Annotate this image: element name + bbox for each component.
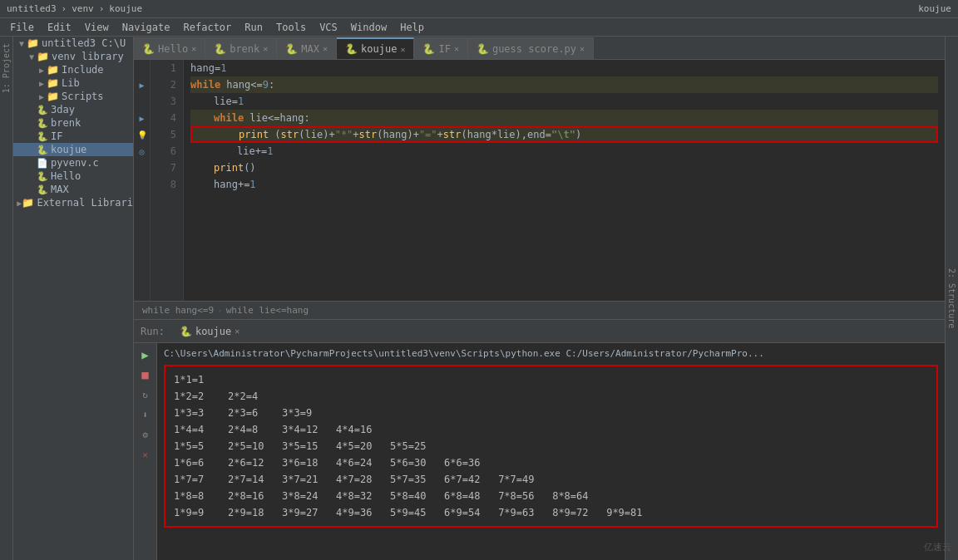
output-row-9: 1*9=9 2*9=18 3*9=27 4*9=36 5*9=45 6*9=54… <box>174 504 928 521</box>
run-scroll-button[interactable]: ⬇ <box>137 406 154 423</box>
run-rerun-button[interactable]: ↻ <box>137 386 154 403</box>
menu-refactor[interactable]: Refactor <box>177 18 239 37</box>
tree-max[interactable]: 🐍 MAX <box>13 183 133 196</box>
tree-include[interactable]: ▶ 📁 Include <box>13 63 133 76</box>
tab-icon: 🐍 <box>345 43 358 55</box>
gutter-7 <box>134 160 150 176</box>
tab-guess[interactable]: 🐍 guess score.py ✕ <box>468 37 594 59</box>
watermark: 亿速云 <box>924 541 951 553</box>
tab-close-koujue[interactable]: ✕ <box>400 45 405 54</box>
structure-tab[interactable]: 2: Structure <box>945 37 958 560</box>
tab-label: Hello <box>158 43 188 55</box>
run-output-area: ▶ ■ ↻ ⬇ ⚙ ✕ C:\Users\Administrator\Pycha… <box>134 343 945 560</box>
folder-icon: 📁 <box>27 37 39 49</box>
tree-brenk[interactable]: 🐍 brenk <box>13 116 133 130</box>
code-line-2: while hang<=9: <box>190 76 938 93</box>
tree-untitled3[interactable]: ▼ 📁 untitled3 C:\U <box>13 37 133 50</box>
tree-venv[interactable]: ▼ 📁 venv library <box>13 50 133 63</box>
gutter: ▶ ▶ 💡 ◎ <box>134 60 151 301</box>
tree-hello[interactable]: 🐍 Hello <box>13 169 133 183</box>
output-row-3: 1*3=3 2*3=6 3*3=9 <box>174 405 928 421</box>
main-layout: 1: Project ▼ 📁 untitled3 C:\U ▼ 📁 venv l… <box>0 37 958 560</box>
tab-icon: 🐍 <box>142 43 155 55</box>
gutter-8 <box>134 176 150 193</box>
spacer <box>27 145 37 155</box>
spacer <box>27 105 37 115</box>
menu-file[interactable]: File <box>3 18 41 37</box>
run-play-button[interactable]: ▶ <box>137 346 154 363</box>
output-row-1: 1*1=1 <box>174 371 928 388</box>
output-row-2: 1*2=2 2*2=4 <box>174 388 928 405</box>
breadcrumb-part2: while lie<=hang <box>226 305 309 316</box>
menu-edit[interactable]: Edit <box>41 18 78 37</box>
menu-tools[interactable]: Tools <box>269 18 313 37</box>
line-num-5: 5 <box>157 126 176 143</box>
tree-label: Hello <box>51 170 81 182</box>
tree-if[interactable]: 🐍 IF <box>13 130 133 143</box>
python-file-icon: 🐍 <box>37 145 48 155</box>
tree-3day[interactable]: 🐍 3day <box>13 103 133 116</box>
tree-label: Include <box>62 64 104 76</box>
menu-navigate[interactable]: Navigate <box>116 18 177 37</box>
editor-main: 🐍 Hello ✕ 🐍 brenk ✕ 🐍 MAX ✕ 🐍 koujue ✕ 🐍 <box>134 37 945 560</box>
menu-window[interactable]: Window <box>344 18 393 37</box>
title-bar-breadcrumb: untitled3 › venv › koujue <box>7 3 142 14</box>
tab-icon: 🐍 <box>214 43 226 55</box>
run-tab-icon: 🐍 <box>180 326 192 337</box>
tab-koujue[interactable]: 🐍 koujue ✕ <box>337 37 414 59</box>
code-line-3: lie=1 <box>190 93 938 110</box>
gutter-3 <box>134 93 150 110</box>
menu-help[interactable]: Help <box>393 18 431 37</box>
run-stop-button[interactable]: ■ <box>137 366 154 383</box>
menu-run[interactable]: Run <box>238 18 269 37</box>
tab-max[interactable]: 🐍 MAX ✕ <box>277 37 337 59</box>
project-tab-vertical[interactable]: 1: Project <box>0 37 12 100</box>
run-tab-label: koujue <box>195 326 231 337</box>
output-row-6: 1*6=6 2*6=12 3*6=18 4*6=24 5*6=30 6*6=36 <box>174 454 928 471</box>
tree-label: koujue <box>51 144 86 155</box>
title-bar-right: koujue <box>918 3 951 14</box>
spacer <box>27 184 37 194</box>
run-settings-button[interactable]: ⚙ <box>137 426 154 443</box>
sidebar: ▼ 📁 untitled3 C:\U ▼ 📁 venv library ▶ 📁 … <box>13 37 134 560</box>
tab-icon: 🐍 <box>285 43 298 55</box>
tab-close-hello[interactable]: ✕ <box>191 44 196 53</box>
gutter-1 <box>134 60 150 76</box>
arrow-icon: ▼ <box>17 38 27 48</box>
gutter-6: ◎ <box>134 143 150 160</box>
tab-close-if[interactable]: ✕ <box>454 44 459 53</box>
code-line-1: hang=1 <box>190 60 938 76</box>
tab-label: brenk <box>230 43 259 55</box>
breadcrumb-part1: while hang<=9 <box>142 305 214 316</box>
breadcrumb-bar: while hang<=9 › while lie<=hang <box>134 301 945 319</box>
tab-bar: 🐍 Hello ✕ 🐍 brenk ✕ 🐍 MAX ✕ 🐍 koujue ✕ 🐍 <box>134 37 945 60</box>
title-project: untitled3 <box>7 3 57 14</box>
python-file-icon: 🐍 <box>37 118 48 129</box>
lightbulb-icon[interactable]: 💡 <box>137 130 147 140</box>
tab-close-brenk[interactable]: ✕ <box>263 44 268 53</box>
run-tab-close[interactable]: ✕ <box>235 327 240 336</box>
output-row-5: 1*5=5 2*5=10 3*5=15 4*5=20 5*5=25 <box>174 438 928 454</box>
tab-brenk[interactable]: 🐍 brenk ✕ <box>205 37 277 59</box>
run-label: Run: <box>134 326 171 337</box>
tree-label: pyvenv.c <box>51 157 99 169</box>
tree-scripts[interactable]: ▶ 📁 Scripts <box>13 90 133 103</box>
tab-label: MAX <box>301 43 319 55</box>
tab-close-guess[interactable]: ✕ <box>580 44 585 53</box>
code-area[interactable]: hang=1 while hang<=9: lie=1 while lie<=h… <box>184 60 945 301</box>
line-num-3: 3 <box>157 93 176 110</box>
run-tab-koujue[interactable]: 🐍 koujue ✕ <box>171 320 248 343</box>
tab-close-max[interactable]: ✕ <box>323 44 328 53</box>
menu-bar: File Edit View Navigate Refactor Run Too… <box>0 18 958 37</box>
tab-if[interactable]: 🐍 IF ✕ <box>414 37 467 59</box>
menu-view[interactable]: View <box>78 18 116 37</box>
menu-vcs[interactable]: VCS <box>313 18 344 37</box>
folder-icon: 📁 <box>22 197 34 209</box>
tab-hello[interactable]: 🐍 Hello ✕ <box>134 37 205 59</box>
tree-external-libs[interactable]: ▶ 📁 External Librari <box>13 196 133 209</box>
tree-pyvenv[interactable]: 📄 pyvenv.c <box>13 156 133 169</box>
tree-koujue[interactable]: 🐍 koujue <box>13 143 133 156</box>
run-close-panel-button[interactable]: ✕ <box>137 446 154 463</box>
tab-icon: 🐍 <box>477 43 489 55</box>
tree-lib[interactable]: ▶ 📁 Lib <box>13 76 133 90</box>
